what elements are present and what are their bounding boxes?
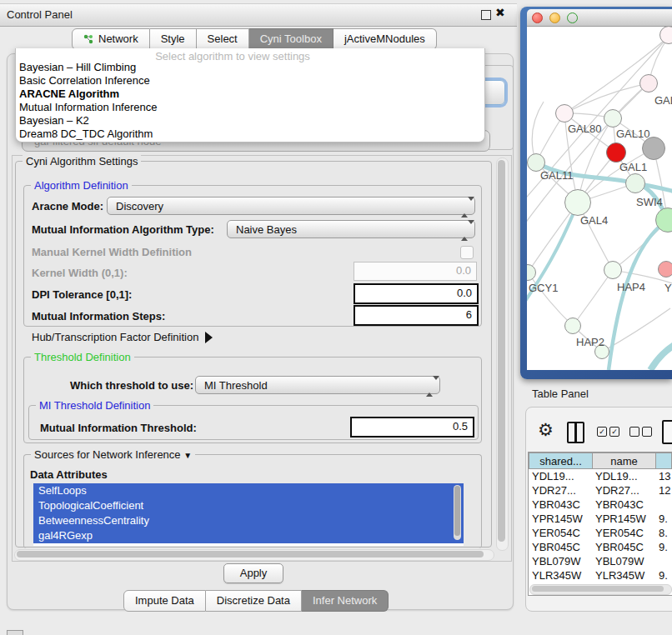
algorithm-option[interactable]: Dream8 DC_TDC Algorithm (19, 128, 153, 141)
network-node-selected-red[interactable] (606, 142, 626, 162)
table-cell[interactable]: 9. (655, 568, 672, 582)
settings-vertical-scrollbar[interactable] (496, 158, 509, 551)
algorithm-option[interactable]: Mutual Information Inference (19, 101, 157, 114)
table-cell[interactable]: YBR043C (529, 498, 595, 512)
tab-discretize-data[interactable]: Discretize Data (206, 590, 302, 612)
tab-impute-data[interactable]: Impute Data (123, 590, 206, 612)
node-label-gal10: GAL10 (616, 128, 649, 140)
collapsed-arrow-icon (205, 332, 213, 343)
column-header-shared[interactable]: shared... (529, 452, 593, 469)
table-cell[interactable]: YDR27... (529, 483, 595, 498)
maximize-traffic-light[interactable] (567, 12, 578, 23)
dpi-tolerance-field[interactable]: 0.0 (354, 283, 479, 304)
tab-infer-network[interactable]: Infer Network (302, 590, 389, 612)
tab-jactivemnodules[interactable]: jActiveMNodules (333, 28, 437, 50)
table-cell[interactable] (655, 554, 672, 568)
attribute-item-selected[interactable]: TopologicalCoefficient (33, 498, 464, 513)
network-canvas[interactable]: GAL GAL80 GAL10 GAL1 GAL11 GAL4 SWI4 GCY… (527, 27, 672, 370)
hub-definition-toggle[interactable]: Hub/Transcription Factor Definition (32, 331, 213, 343)
minimize-traffic-light[interactable] (549, 12, 560, 23)
table-cell[interactable]: YLR345W (592, 568, 659, 582)
tab-label: Cyni Toolbox (260, 29, 322, 49)
apply-button[interactable]: Apply (223, 563, 283, 583)
node-label-swi4: SWI4 (636, 196, 663, 208)
column-header-partial[interactable] (655, 452, 672, 469)
algorithm-option[interactable]: Bayesian – K2 (19, 114, 89, 128)
network-window-titlebar[interactable] (527, 9, 672, 27)
table-cell[interactable]: 8. (655, 526, 672, 540)
table-cell[interactable]: YPR145W (529, 512, 595, 526)
column-header-name[interactable]: name (592, 452, 656, 469)
network-view-window[interactable]: GAL GAL80 GAL10 GAL1 GAL11 GAL4 SWI4 GCY… (520, 7, 672, 379)
close-traffic-light[interactable] (532, 12, 543, 23)
split-columns-icon[interactable] (567, 422, 584, 443)
kernel-width-label: Kernel Width (0,1): (32, 267, 128, 279)
aracne-mode-select[interactable]: Discovery (107, 197, 475, 215)
table-cell[interactable]: YPR145W (592, 512, 659, 526)
network-node-salmon[interactable] (658, 261, 672, 278)
mi-threshold-field[interactable]: 0.5 (350, 417, 474, 438)
table-cell[interactable]: YDL19... (529, 469, 595, 483)
tab-network[interactable]: Network (72, 28, 150, 50)
algorithm-option[interactable]: Basic Correlation Inference (19, 74, 150, 88)
attribute-item-selected[interactable]: BetweennessCentrality (33, 513, 464, 528)
table-cell[interactable]: 13 (655, 469, 672, 483)
network-node-hap2[interactable] (564, 318, 581, 334)
table-cell[interactable]: YER054C (529, 526, 595, 540)
algorithm-option-selected[interactable]: ARACNE Algorithm (19, 88, 119, 101)
table-cell[interactable]: 9. (655, 540, 672, 554)
which-threshold-select[interactable]: MI Threshold (195, 376, 440, 394)
unchecked-columns-icon[interactable] (629, 427, 654, 439)
bottom-left-widget[interactable] (7, 630, 23, 635)
tab-style[interactable]: Style (150, 28, 197, 50)
sources-group-title[interactable]: Sources for Network Inference ▼ (31, 448, 195, 461)
tab-label: Impute Data (135, 591, 194, 611)
tab-label: Discretize Data (217, 591, 290, 611)
manual-kernel-checkbox[interactable] (460, 246, 474, 259)
node-label-gcy1: GCY1 (529, 282, 558, 294)
table-cell[interactable]: YDL19... (592, 469, 659, 483)
document-icon[interactable] (662, 420, 672, 444)
network-node-gal80[interactable] (555, 104, 574, 122)
algorithm-option[interactable]: Bayesian – Hill Climbing (19, 61, 136, 74)
network-node-gray[interactable] (642, 137, 665, 160)
table-cell[interactable]: YDR27... (592, 483, 659, 498)
network-node-hap4[interactable] (604, 261, 622, 279)
table-cell[interactable]: YBL079W (529, 554, 595, 568)
network-node[interactable] (639, 74, 658, 92)
network-node-gal1[interactable] (625, 173, 645, 193)
table-cell[interactable]: YLR345W (529, 568, 595, 582)
attribute-item-selected[interactable]: SelfLoops (33, 483, 464, 498)
tab-select[interactable]: Select (197, 28, 249, 50)
table-horizontal-scrollbar[interactable] (529, 584, 672, 595)
settings-horizontal-scrollbar[interactable] (14, 549, 494, 561)
mi-type-select[interactable]: Naive Bayes (227, 220, 475, 238)
which-threshold-label: Which threshold to use: (70, 379, 193, 392)
table-cell[interactable]: YER054C (592, 526, 659, 540)
group-title: Algorithm Definition (31, 179, 132, 192)
float-icon[interactable] (481, 10, 491, 20)
attribute-item-selected[interactable]: gal4RGexp (33, 528, 464, 543)
close-icon[interactable]: ✖ (495, 6, 505, 19)
table-cell[interactable]: YBR045C (529, 540, 595, 554)
network-node-gal10[interactable] (604, 109, 622, 128)
tab-cyni-toolbox[interactable]: Cyni Toolbox (249, 28, 333, 50)
table-cell[interactable]: YBL079W (592, 554, 659, 568)
gear-icon[interactable]: ⚙ (538, 420, 554, 440)
aracne-mode-value: Discovery (116, 200, 163, 212)
table-cell[interactable] (655, 498, 672, 512)
mi-threshold-label: Mutual Information Threshold: (40, 422, 197, 434)
data-attributes-list[interactable]: SelfLoops TopologicalCoefficient Between… (33, 483, 464, 546)
checked-columns-icon[interactable]: ✓✓ (597, 427, 622, 439)
dpi-tolerance-label: DPI Tolerance [0,1]: (32, 288, 132, 301)
attributes-scrollbar[interactable] (454, 485, 461, 540)
mi-steps-field[interactable]: 6 (354, 305, 479, 326)
table-cell[interactable]: YBR045C (592, 540, 659, 554)
which-threshold-value: MI Threshold (204, 379, 268, 392)
network-node-gal4[interactable] (564, 189, 591, 216)
table-cell[interactable]: 9. (655, 512, 672, 526)
table-cell[interactable]: YBR043C (592, 498, 659, 512)
table-cell[interactable]: 12 (655, 483, 672, 498)
kernel-width-field[interactable]: 0.0 (354, 262, 477, 281)
network-icon (83, 33, 94, 45)
